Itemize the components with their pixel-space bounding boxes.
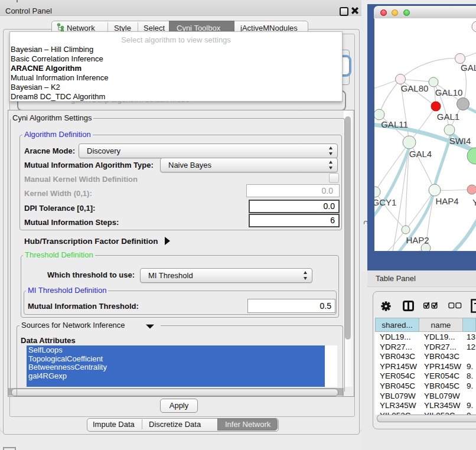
- svg-text:HAP2: HAP2: [406, 235, 429, 245]
- svg-text:GAL: GAL: [461, 63, 476, 73]
- svg-text:GAL10: GAL10: [435, 87, 463, 97]
- svg-text:HAP4: HAP4: [435, 196, 458, 206]
- svg-text:Y: Y: [472, 197, 476, 207]
- svg-text:GAL11: GAL11: [381, 119, 408, 129]
- svg-text:SWI4: SWI4: [449, 136, 471, 146]
- svg-text:GAL4: GAL4: [409, 149, 432, 159]
- svg-text:GAL80: GAL80: [401, 83, 429, 93]
- svg-text:GCY1: GCY1: [374, 197, 396, 207]
- svg-text:GAL1: GAL1: [437, 112, 459, 122]
